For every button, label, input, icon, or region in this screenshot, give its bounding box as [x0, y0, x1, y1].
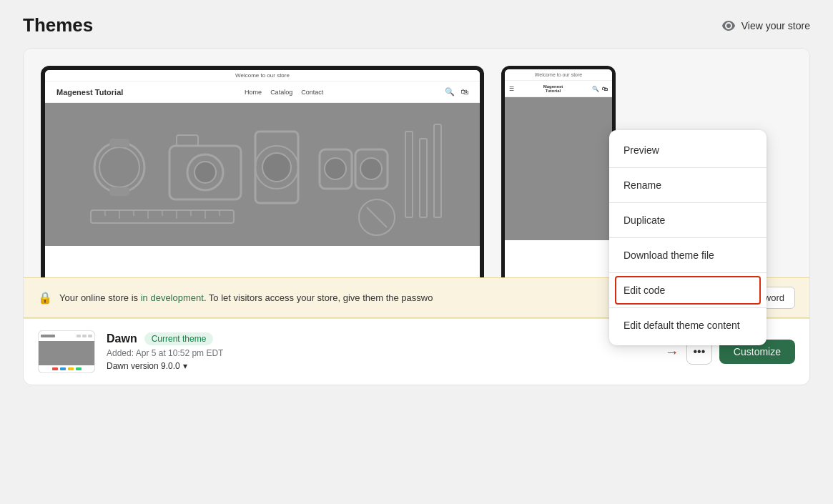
chevron-down-icon: ▾	[183, 361, 187, 371]
dropdown-item-duplicate[interactable]: Duplicate	[609, 206, 767, 234]
view-store-label: View your store	[741, 20, 810, 31]
store-logo: Magenest Tutorial	[56, 88, 123, 97]
theme-version: Dawn version 9.0.0 ▾	[107, 361, 654, 371]
theme-details: Dawn Current theme Added: Apr 5 at 10:52…	[107, 332, 654, 371]
theme-name: Dawn	[107, 332, 137, 345]
svg-line-29	[367, 207, 377, 217]
mobile-mockup: Welcome to our store ☰ Magenest Tutorial…	[501, 66, 616, 277]
svg-point-1	[99, 147, 139, 187]
welcome-bar: Welcome to our store	[45, 70, 480, 81]
svg-rect-7	[177, 135, 198, 146]
svg-point-14	[360, 158, 382, 179]
mobile-welcome: Welcome to our store	[505, 69, 612, 81]
desktop-mockup: Welcome to our store Magenest Tutorial H…	[41, 66, 484, 277]
theme-thumbnail	[38, 330, 95, 373]
page-title: Themes	[23, 14, 93, 36]
eye-icon	[721, 19, 736, 33]
svg-rect-25	[405, 132, 413, 217]
mobile-nav: ☰ Magenest Tutorial 🔍 🛍	[505, 81, 612, 97]
dropdown-item-download[interactable]: Download theme file	[609, 241, 767, 270]
svg-point-10	[262, 153, 291, 182]
dropdown-item-preview[interactable]: Preview	[609, 136, 767, 164]
svg-rect-26	[420, 139, 427, 217]
dropdown-menu: Preview Rename Duplicate Download theme …	[609, 130, 767, 345]
current-theme-badge: Current theme	[144, 332, 214, 345]
svg-point-13	[325, 158, 346, 179]
page-header: Themes View your store	[0, 0, 833, 48]
main-content: Welcome to our store Magenest Tutorial H…	[0, 48, 833, 408]
dropdown-divider-2	[609, 202, 767, 203]
theme-added: Added: Apr 5 at 10:52 pm EDT	[107, 348, 654, 358]
dropdown-item-edit-default[interactable]: Edit default theme content	[609, 311, 767, 340]
dropdown-item-rename[interactable]: Rename	[609, 171, 767, 199]
hero-pattern	[55, 96, 470, 253]
store-menu: Home Catalog Contact	[245, 89, 323, 96]
svg-rect-2	[109, 139, 129, 147]
dropdown-divider-3	[609, 237, 767, 238]
view-store-button[interactable]: View your store	[721, 19, 810, 33]
dropdown-divider-1	[609, 167, 767, 168]
lock-icon: 🔒	[38, 291, 52, 305]
arrow-indicator: →	[665, 344, 679, 360]
desktop-screen: Welcome to our store Magenest Tutorial H…	[45, 70, 480, 277]
svg-line-30	[377, 217, 387, 227]
svg-point-6	[194, 162, 216, 183]
dropdown-divider-5	[609, 307, 767, 308]
svg-rect-27	[434, 124, 441, 217]
dropdown-divider-4	[609, 272, 767, 273]
theme-card: Welcome to our store Magenest Tutorial H…	[23, 48, 810, 385]
store-hero-image	[45, 103, 480, 246]
mobile-hero-image	[505, 97, 612, 240]
mobile-screen: Welcome to our store ☰ Magenest Tutorial…	[505, 69, 612, 277]
notification-text: Your online store is in development. To …	[59, 292, 704, 303]
dropdown-item-edit-code[interactable]: Edit code	[609, 276, 767, 305]
svg-rect-3	[109, 187, 129, 196]
theme-name-row: Dawn Current theme	[107, 332, 654, 345]
